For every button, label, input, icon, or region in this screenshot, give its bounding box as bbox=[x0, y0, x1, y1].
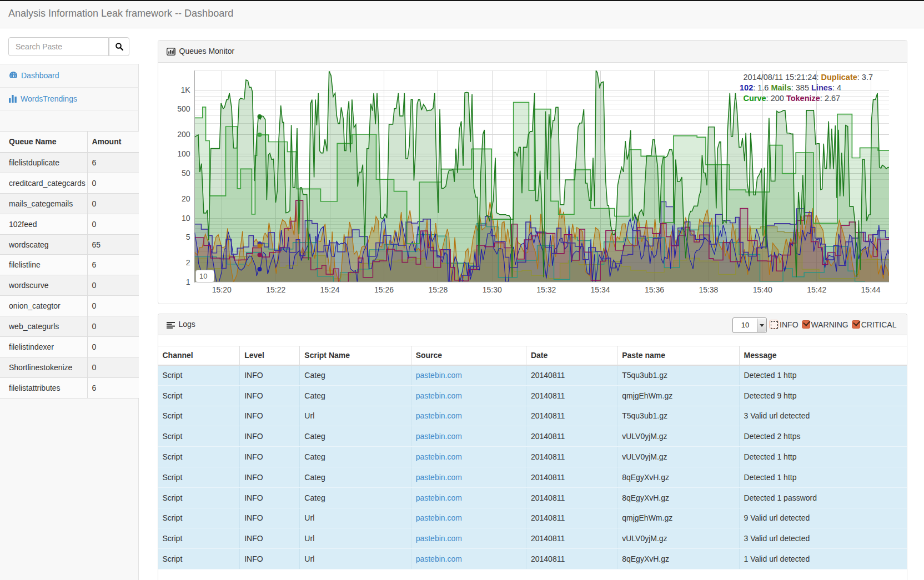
svg-text:15:34: 15:34 bbox=[591, 285, 610, 294]
svg-text:1K: 1K bbox=[180, 85, 190, 94]
svg-text:15:38: 15:38 bbox=[699, 285, 718, 294]
svg-text:15:42: 15:42 bbox=[807, 285, 826, 294]
svg-text:100: 100 bbox=[177, 149, 190, 158]
svg-text:15:22: 15:22 bbox=[266, 285, 285, 294]
svg-text:10: 10 bbox=[182, 214, 190, 223]
svg-text:15:30: 15:30 bbox=[483, 285, 502, 294]
svg-text:15:24: 15:24 bbox=[320, 285, 340, 294]
svg-text:15:28: 15:28 bbox=[428, 285, 448, 294]
svg-text:1: 1 bbox=[186, 278, 190, 286]
svg-text:Curve: 200 Tokenize: 2.67: Curve: 200 Tokenize: 2.67 bbox=[744, 94, 841, 103]
svg-text:5: 5 bbox=[186, 233, 190, 241]
svg-text:500: 500 bbox=[177, 104, 190, 113]
svg-text:15:44: 15:44 bbox=[861, 285, 881, 294]
svg-text:2014/08/11 15:21:24: Duplicate: 2014/08/11 15:21:24: Duplicate: 3.7 bbox=[744, 73, 873, 82]
svg-text:15:40: 15:40 bbox=[753, 285, 772, 294]
svg-text:2: 2 bbox=[186, 258, 190, 267]
svg-text:20: 20 bbox=[182, 194, 190, 203]
svg-text:15:26: 15:26 bbox=[374, 285, 394, 294]
svg-text:15:20: 15:20 bbox=[212, 285, 232, 294]
svg-text:200: 200 bbox=[177, 130, 190, 139]
svg-text:50: 50 bbox=[182, 169, 190, 178]
svg-text:102: 1.6 Mails: 385 Lines: 4: 102: 1.6 Mails: 385 Lines: 4 bbox=[740, 83, 841, 92]
svg-text:15:32: 15:32 bbox=[536, 285, 556, 294]
svg-text:15:36: 15:36 bbox=[645, 285, 664, 294]
